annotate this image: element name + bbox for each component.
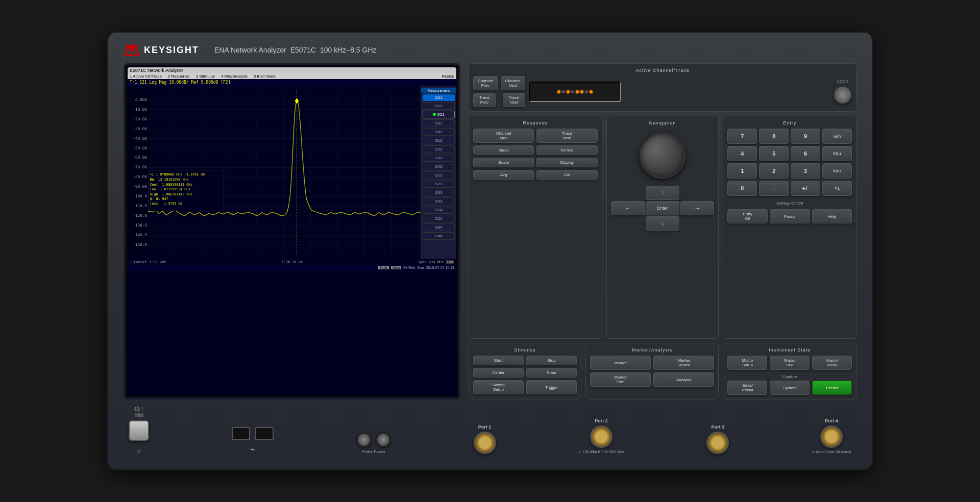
led-dot-2 — [562, 90, 565, 93]
macro-setup-button[interactable]: MacroSetup — [727, 356, 767, 370]
meas-s24[interactable]: S24 — [423, 215, 454, 222]
stop-tag: Stop — [391, 266, 401, 269]
span-button[interactable]: Span — [526, 368, 577, 378]
power-button[interactable] — [129, 420, 149, 441]
key-4[interactable]: 4 — [727, 146, 757, 161]
entry-panel: Entry 7 8 9 G/n 4 5 6 M/μ — [723, 116, 856, 339]
help-button[interactable]: Help — [812, 209, 852, 223]
analysis-button[interactable]: Analysis — [653, 372, 714, 387]
channel-max-button[interactable]: ChannelMax — [473, 129, 534, 143]
macro-run-button[interactable]: MacroRun — [770, 356, 810, 370]
meas-s31[interactable]: S31 — [423, 119, 454, 127]
meas-s44[interactable]: S44 — [423, 232, 454, 240]
probe-power-label: Probe Power — [362, 449, 385, 454]
meas-s12[interactable]: S12 — [423, 137, 454, 144]
navigation-knob[interactable] — [640, 133, 685, 179]
nav-down-button[interactable]: ↓ — [646, 216, 679, 231]
nav-enter-button[interactable]: Enter — [646, 201, 679, 215]
format-button[interactable]: Format — [536, 145, 597, 155]
menu-mkr-analysis[interactable]: 4 Mkr/Analysis — [221, 74, 248, 79]
key-plusminus[interactable]: +/- — [791, 181, 820, 196]
meas-s13[interactable]: S13 — [423, 171, 454, 179]
usb-port-2[interactable] — [255, 427, 274, 440]
trace-prev-button[interactable]: TracePrev — [473, 93, 496, 107]
meas-s23[interactable]: S23 — [423, 180, 454, 188]
key-5[interactable]: 5 — [759, 146, 789, 161]
macro-break-button[interactable]: MacroBreak — [812, 356, 852, 370]
menu-stimulus[interactable]: 3 Stimulus — [196, 74, 215, 79]
start-button[interactable]: Start — [473, 356, 524, 365]
center-button[interactable]: Center — [473, 368, 524, 378]
trace-next-button[interactable]: TraceNext — [503, 93, 525, 107]
trigger-button[interactable]: Trigger — [526, 380, 577, 394]
keysight-logo-icon — [124, 43, 140, 57]
svg-text:Q: 81.947: Q: 81.947 — [150, 197, 168, 201]
lock-knob[interactable] — [834, 86, 852, 104]
channel-prev-button[interactable]: ChannelPrev — [473, 76, 498, 90]
nav-up-button[interactable]: ↑ — [646, 186, 679, 200]
key-mu[interactable]: M/μ — [822, 146, 852, 161]
key-0[interactable]: 0 — [727, 181, 757, 196]
meas-s32[interactable]: S32 — [423, 154, 454, 162]
usb-port-1[interactable] — [232, 427, 250, 440]
meas-s22[interactable]: S22 — [423, 145, 454, 153]
key-9[interactable]: 9 — [791, 129, 820, 144]
preset-button[interactable]: Preset — [812, 381, 852, 395]
navigation-label: Navigation — [611, 120, 715, 126]
scale-button[interactable]: Scale — [473, 158, 534, 167]
nav-right-button[interactable]: → — [680, 201, 714, 215]
entry-off-button[interactable]: EntryOff — [727, 209, 768, 223]
key-2[interactable]: 2 — [759, 163, 789, 179]
meas-button[interactable]: Meas — [473, 145, 534, 155]
key-gn[interactable]: G/n — [822, 129, 852, 144]
save-recall-button[interactable]: Save/Recall — [727, 381, 767, 395]
key-3[interactable]: 3 — [791, 163, 820, 179]
svg-text:-50.00: -50.00 — [133, 146, 148, 150]
measurement-active[interactable]: S21 — [423, 94, 454, 101]
key-x1[interactable]: ×1 — [822, 181, 852, 196]
meas-s41[interactable]: S41 — [423, 128, 454, 136]
cal-button[interactable]: Cal — [536, 170, 597, 180]
bottom-panels: Stimulus Start Stop Center Span SweepSet… — [469, 343, 856, 399]
focus-button[interactable]: Focus — [770, 209, 810, 223]
display-button[interactable]: Display — [536, 158, 597, 167]
marker-fctn-button[interactable]: MarkerFctn — [590, 372, 651, 387]
meas-s33[interactable]: S33 — [423, 189, 454, 196]
instrument-body: KEYSIGHT ENA Network Analyzer E5071C 100… — [107, 32, 873, 470]
key-7[interactable]: 7 — [727, 129, 757, 144]
system-button[interactable]: System — [770, 381, 810, 395]
trace-label: Tr1 S21 Log Mag 10.00dB/ Ref 0.000dB [F2… — [130, 80, 230, 85]
menu-instr-state[interactable]: 5 Instr State — [254, 74, 276, 79]
stop-button[interactable]: Stop — [526, 356, 577, 365]
meas-s43[interactable]: S43 — [423, 197, 454, 205]
meas-s42[interactable]: S42 — [423, 163, 454, 170]
key-1[interactable]: 1 — [727, 163, 757, 179]
screen-section: E5071C Network Analyzer 1 Active Ch/Trac… — [124, 63, 460, 399]
svg-text:loss: -1.5793 dB: loss: -1.5793 dB — [150, 202, 183, 206]
key-6[interactable]: 6 — [791, 146, 820, 161]
static-warning: ⚠ Avoid Static Discharge — [812, 450, 851, 454]
lower-body: ⏻ I ▤▤ ⏚ ⌁ Probe Power Port 1 — [124, 406, 856, 454]
key-dot[interactable]: . — [759, 181, 789, 196]
menu-response[interactable]: 2 Response — [168, 74, 190, 79]
svg-text:-20.00: -20.00 — [133, 117, 148, 121]
trace-max-button[interactable]: TraceMax — [536, 129, 597, 143]
menu-active-ch[interactable]: 1 Active Ch/Trace — [130, 74, 162, 79]
softkey-row: EntryOff Focus Help — [727, 209, 852, 223]
meas-s11[interactable]: S11 — [423, 102, 454, 110]
nav-left-button[interactable]: ← — [611, 201, 645, 215]
meas-s14[interactable]: S14 — [423, 206, 454, 214]
key-km[interactable]: k/m — [822, 163, 852, 179]
marker-search-button[interactable]: MarkerSearch — [653, 356, 714, 370]
sweep-setup-button[interactable]: SweepSetup — [473, 380, 524, 394]
marker-button[interactable]: Marker — [590, 356, 651, 370]
usb-symbol: ⌁ — [250, 444, 255, 454]
channel-next-button[interactable]: ChannelNext — [501, 76, 525, 90]
svg-text:-70.00: -70.00 — [133, 165, 148, 169]
resize-btn[interactable]: Resize — [442, 74, 454, 79]
meas-s34[interactable]: S34 — [423, 223, 454, 231]
led-display — [529, 82, 621, 102]
key-8[interactable]: 8 — [759, 129, 789, 144]
avg-button[interactable]: Avg — [473, 170, 534, 180]
meas-s21[interactable]: S21 — [423, 111, 454, 118]
